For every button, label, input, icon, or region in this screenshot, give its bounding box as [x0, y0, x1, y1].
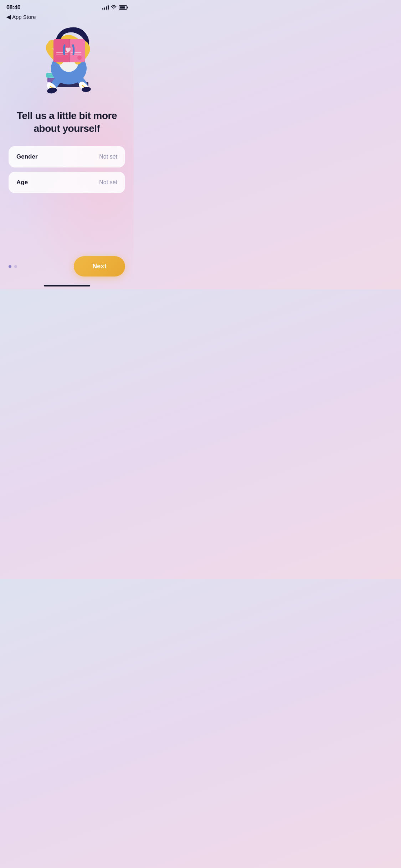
status-icons	[102, 5, 127, 10]
wifi-icon	[111, 5, 117, 10]
page-title: Tell us a little bit more about yourself	[14, 109, 119, 135]
battery-icon	[119, 5, 127, 10]
age-row[interactable]: Age Not set	[9, 172, 125, 193]
pagination-dots	[9, 265, 17, 268]
title-section: Tell us a little bit more about yourself	[0, 106, 134, 146]
status-bar: 08:40	[0, 0, 134, 12]
dot-1	[9, 265, 11, 268]
form-section: Gender Not set Age Not set	[0, 146, 134, 193]
svg-rect-15	[69, 39, 85, 62]
gender-row[interactable]: Gender Not set	[9, 146, 125, 167]
dot-2	[14, 265, 17, 268]
nav-bar: ◀ App Store	[0, 12, 134, 20]
illustration	[0, 20, 134, 106]
back-button[interactable]: ◀ App Store	[6, 14, 127, 20]
gender-label: Gender	[16, 153, 38, 160]
home-indicator	[44, 285, 90, 286]
back-chevron-icon: ◀	[6, 14, 11, 20]
svg-point-21	[77, 56, 82, 60]
status-time: 08:40	[6, 4, 20, 11]
age-label: Age	[16, 179, 28, 186]
next-button[interactable]: Next	[74, 256, 125, 277]
age-value: Not set	[99, 179, 117, 186]
gender-value: Not set	[99, 154, 117, 160]
back-label: App Store	[12, 14, 36, 20]
signal-icon	[102, 5, 109, 10]
